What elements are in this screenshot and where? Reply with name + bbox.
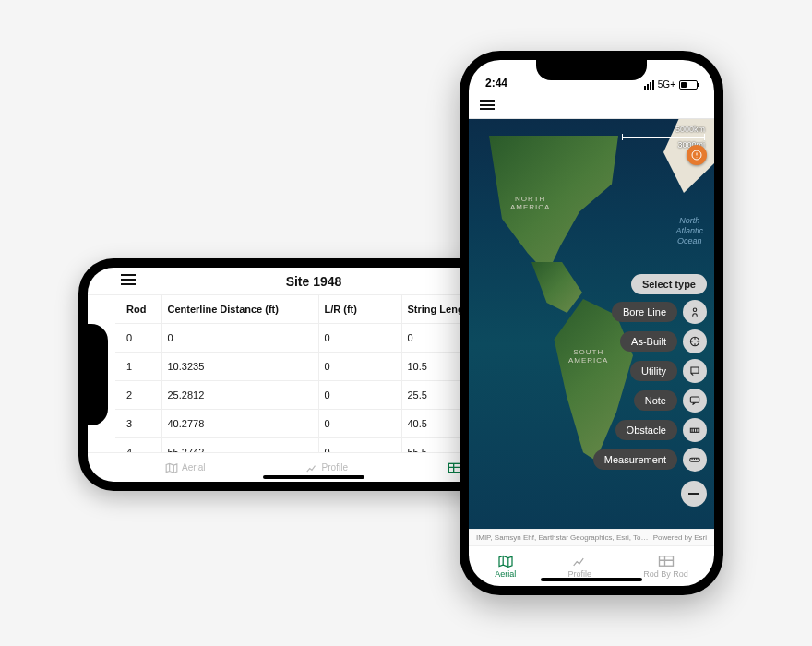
map-icon [497, 555, 514, 568]
map-view[interactable]: NORTHAMERICA SOUTHAMERICA NorthAtlanticO… [469, 119, 714, 529]
menu-icon[interactable] [121, 274, 136, 285]
type-menu: Select type Bore Line As-Built Utility [593, 274, 707, 507]
collapse-menu-button[interactable] [681, 481, 707, 507]
measurement-icon[interactable] [683, 448, 707, 472]
minus-icon [688, 493, 699, 495]
notch [536, 60, 647, 80]
map-icon [165, 462, 178, 473]
signal-icon [644, 80, 654, 90]
map-attribution: IMIP, Samsyn Ehf, Earthstar Geographics,… [469, 529, 714, 545]
battery-icon [679, 80, 698, 90]
label-atlantic: NorthAtlanticOcean [675, 216, 703, 245]
network-label: 5G+ [658, 79, 675, 90]
home-indicator[interactable] [541, 578, 642, 581]
col-centerline: Centerline Distance (ft) [161, 295, 318, 324]
status-time: 2:44 [485, 77, 508, 90]
tab-profile[interactable]: Profile [305, 462, 348, 473]
menu-icon[interactable] [480, 100, 495, 110]
measurement-button[interactable]: Measurement [593, 449, 677, 470]
tab-aerial[interactable]: Aerial [495, 555, 516, 579]
col-lr: L/R (ft) [318, 295, 401, 324]
bore-line-button[interactable]: Bore Line [612, 302, 677, 322]
svg-rect-4 [690, 397, 699, 402]
top-bar [469, 91, 714, 119]
label-north-america: NORTHAMERICA [510, 195, 550, 211]
tab-profile[interactable]: Profile [567, 555, 591, 579]
as-built-button[interactable]: As-Built [620, 331, 677, 352]
tab-rod-by-rod[interactable]: Rod By Rod [643, 555, 688, 579]
col-rod: Rod [115, 295, 161, 324]
svg-point-2 [693, 308, 697, 312]
obstacle-button[interactable]: Obstacle [615, 420, 677, 440]
obstacle-icon[interactable] [683, 418, 707, 442]
utility-icon[interactable] [683, 359, 707, 383]
note-button[interactable]: Note [634, 390, 677, 411]
page-title: Site 1948 [286, 274, 342, 289]
notch [88, 324, 108, 425]
map-landmass [489, 136, 618, 274]
alert-badge-icon[interactable] [687, 145, 707, 165]
note-icon[interactable] [683, 389, 707, 413]
phone-portrait-frame: 2:44 5G+ NORTHAMERICA SOUTHAMERICA North… [460, 51, 723, 595]
table-icon [658, 555, 675, 568]
chart-icon [305, 462, 318, 473]
tab-aerial[interactable]: Aerial [165, 462, 206, 473]
home-indicator[interactable] [263, 475, 364, 479]
map-landmass [531, 262, 582, 313]
svg-rect-7 [659, 556, 673, 566]
select-type-button[interactable]: Select type [631, 274, 707, 294]
as-built-icon[interactable] [683, 329, 707, 353]
bore-line-icon[interactable] [683, 300, 707, 324]
utility-button[interactable]: Utility [630, 361, 677, 381]
chart-icon [571, 555, 588, 568]
